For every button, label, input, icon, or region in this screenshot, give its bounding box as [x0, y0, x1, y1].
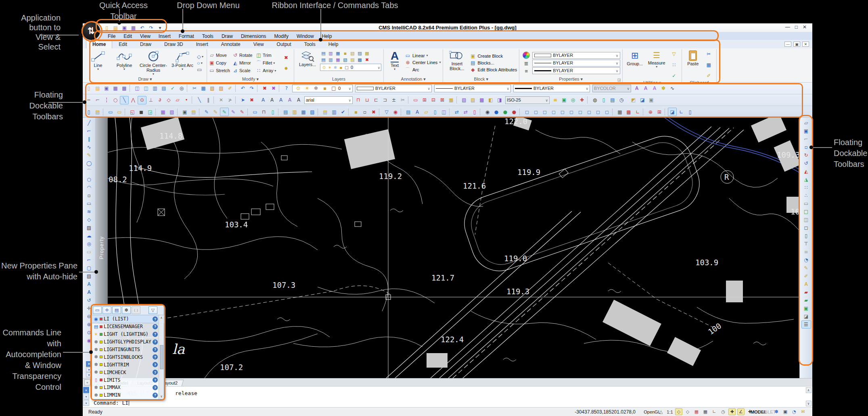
image-clip-icon[interactable]: ◪: [638, 96, 647, 104]
modify-tool[interactable]: ▱Move: [209, 52, 232, 59]
text-underline-icon[interactable]: A: [259, 96, 268, 104]
group-label-modify[interactable]: Modify ▾: [209, 76, 292, 82]
lengthen-icon[interactable]: ◫: [801, 216, 811, 224]
scroll-up-icon[interactable]: ∧: [806, 387, 812, 393]
color-wheel-icon[interactable]: [523, 52, 530, 59]
command-suggestion[interactable]: ✽ LIMMAX ?: [92, 384, 164, 391]
text-a3-icon[interactable]: A: [650, 84, 659, 93]
customize-qat-icon[interactable]: ▾: [156, 24, 164, 31]
polar-icon[interactable]: ◷: [719, 408, 727, 415]
dialog-launcher-icon[interactable]: ◲: [617, 78, 621, 82]
menu-item[interactable]: Tools: [198, 33, 218, 39]
explode-attributes-icon[interactable]: ◪: [801, 312, 811, 320]
bulb-icon[interactable]: ⊙: [294, 84, 303, 93]
view-right-icon[interactable]: ◻: [549, 108, 558, 116]
chevron-down-icon[interactable]: [377, 65, 380, 70]
edit-text-icon[interactable]: A: [801, 280, 811, 288]
menu-item[interactable]: Draw: [218, 33, 237, 39]
linetype-combo[interactable]: BYLAYER: [532, 60, 620, 67]
maximize-button[interactable]: □: [795, 24, 798, 30]
undo-icon[interactable]: ↶: [238, 84, 247, 93]
command-suggestion[interactable]: ▯ LIMITS ?: [92, 376, 164, 384]
snap-endpoint-icon[interactable]: ⌐: [93, 96, 102, 104]
menu-item[interactable]: Insert: [155, 33, 175, 39]
dim-continue-icon[interactable]: ⊞: [420, 96, 429, 104]
elliptical-arc-icon[interactable]: ◠: [84, 183, 94, 191]
split-icon[interactable]: ▯: [801, 232, 811, 240]
scroll-down-icon[interactable]: ∨: [161, 394, 163, 399]
erase-add-icon[interactable]: ▰: [801, 296, 811, 304]
convert-icon[interactable]: ▱: [422, 108, 431, 116]
help-icon[interactable]: ?: [153, 354, 158, 360]
ribbon-tab[interactable]: Output: [270, 40, 298, 48]
menu-item[interactable]: Dimensions: [237, 33, 270, 39]
chevron-down-icon[interactable]: ▾: [83, 400, 89, 406]
snap-perpendicular-icon[interactable]: ⊥: [146, 96, 155, 104]
filter-icon[interactable]: ▽: [382, 108, 391, 116]
eye-icon[interactable]: ◉: [483, 108, 492, 116]
modify-tool[interactable]: ◫Trim: [256, 52, 279, 59]
layer-freeze-icon[interactable]: ▤: [321, 108, 330, 116]
lineweight-combo[interactable]: BYLAYER: [532, 67, 620, 74]
sheet-new-icon[interactable]: ▯: [84, 108, 93, 116]
block-tool[interactable]: ▤Blocks...: [470, 60, 517, 66]
scale-icon[interactable]: 1:1: [666, 408, 673, 415]
help-icon[interactable]: ?: [153, 385, 158, 390]
copy-icon[interactable]: ▦: [199, 84, 208, 93]
popup-scrollbar[interactable]: ∧ ∨: [159, 315, 164, 399]
dim-aligned-icon[interactable]: ⊔: [363, 96, 372, 104]
layers-button[interactable]: Layers...: [296, 50, 319, 76]
gate-icon[interactable]: ⊓: [259, 108, 268, 116]
time-icon[interactable]: ◷: [617, 96, 626, 104]
property-tab-label[interactable]: Property: [98, 236, 105, 259]
snap-point-icon[interactable]: •: [182, 96, 191, 104]
filter-icon[interactable]: ▽: [669, 50, 678, 58]
edit-5-icon[interactable]: ✎: [238, 108, 247, 116]
ellipse-icon[interactable]: ○: [84, 175, 94, 183]
light-icon[interactable]: ✽: [659, 84, 668, 93]
array-polar-icon[interactable]: ∴: [801, 191, 811, 200]
text-icon[interactable]: A: [84, 280, 94, 288]
layer-translate-icon[interactable]: ▤: [404, 108, 413, 116]
ribbon-tab[interactable]: Tools: [298, 40, 322, 48]
dim-text-edit-icon[interactable]: ▧: [460, 96, 469, 104]
command-suggestion[interactable]: ✽ LIGHTGLYPHDISPLAY ?: [92, 338, 164, 346]
new-drawing-icon[interactable]: ▯: [103, 24, 111, 31]
layer-match-icon[interactable]: ▩: [364, 50, 370, 56]
esnap-icon[interactable]: ✚: [728, 408, 736, 415]
record-start-icon[interactable]: ◱: [128, 108, 137, 116]
find-icon[interactable]: ◎: [177, 84, 186, 93]
modify-tool[interactable]: ▭Stretch: [209, 67, 232, 75]
extend-icon[interactable]: □: [801, 208, 811, 216]
dim-style-icon[interactable]: ◨: [495, 96, 504, 104]
measure-icon[interactable]: ≡: [801, 248, 811, 256]
layer-states-icon[interactable]: ▥: [290, 108, 299, 116]
block-tool[interactable]: ◆Edit Block Attributes: [470, 67, 517, 73]
layer-combo-toolbar[interactable]: ⊙☀✽▪□ 0: [292, 85, 353, 92]
dim-update-icon[interactable]: ▨: [469, 96, 477, 104]
line-mode-icon[interactable]: ╲: [195, 96, 204, 104]
copy-icon[interactable]: ▣: [801, 127, 811, 135]
freeze-icon[interactable]: ❄: [333, 64, 338, 70]
group-label-draw[interactable]: Draw ▾: [86, 76, 205, 82]
sun-icon[interactable]: ☀: [327, 64, 333, 70]
export-icon[interactable]: ⇄: [461, 108, 470, 116]
xclip-icon[interactable]: ◩: [629, 96, 638, 104]
dim-ordinate-icon[interactable]: ⊏: [372, 96, 381, 104]
save-as-icon[interactable]: ▦: [130, 24, 137, 31]
command-scrollbar[interactable]: ∧ ∨: [805, 387, 812, 406]
layer-check-icon[interactable]: ✔: [339, 108, 347, 116]
command-suggestion[interactable]: ▤ LICENSEMANAGER ?: [92, 323, 164, 331]
compass-icon[interactable]: △: [657, 408, 665, 415]
snap-quadrant-icon[interactable]: ⊙: [138, 96, 146, 104]
brackets-icon[interactable]: ( ): [132, 306, 140, 314]
help-icon[interactable]: ?: [153, 377, 158, 383]
help-icon[interactable]: ?: [153, 393, 158, 398]
hatch-icon[interactable]: ▨: [84, 272, 94, 280]
snap-clear-icon[interactable]: ≯: [226, 96, 234, 104]
layer-delete-icon[interactable]: ✖: [364, 57, 370, 63]
save-icon[interactable]: ▣: [121, 24, 128, 31]
snap-parallel-icon[interactable]: ▱: [173, 96, 182, 104]
properties-icon[interactable]: ☰: [801, 320, 811, 329]
kite-2-icon[interactable]: ◇: [684, 408, 691, 415]
